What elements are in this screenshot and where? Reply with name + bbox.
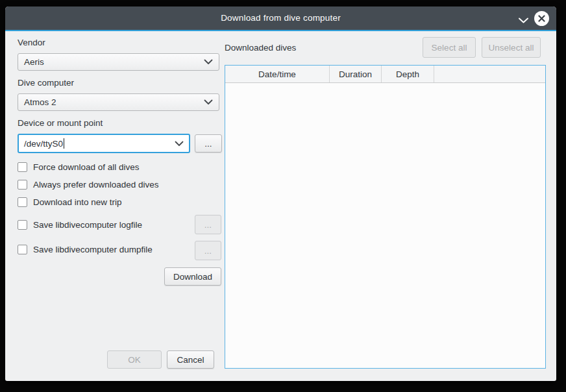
vendor-label: Vendor [18,38,45,47]
vendor-value: Aeris [24,57,44,67]
download-button[interactable]: Download [164,267,221,286]
chevron-down-icon [204,59,213,65]
save-logfile-row: Save libdivecomputer logfile [18,219,142,230]
new-trip-label: Download into new trip [33,197,122,207]
cancel-button[interactable]: Cancel [167,350,214,369]
window-title: Download from dive computer [5,6,556,30]
close-button[interactable] [534,11,549,26]
dive-computer-value: Atmos 2 [24,97,56,107]
table-body[interactable] [225,83,545,368]
logfile-browse-button[interactable]: ... [195,215,221,234]
new-trip-checkbox[interactable] [18,197,27,207]
downloaded-dives-table[interactable]: Date/time Duration Depth [225,65,546,369]
save-dumpfile-checkbox[interactable] [18,245,27,254]
shade-button[interactable] [518,15,529,22]
prefer-downloaded-row: Always prefer downloaded dives [18,178,159,190]
force-download-checkbox[interactable] [18,162,27,172]
save-dumpfile-row: Save libdivecomputer dumpfile [18,243,153,255]
chevron-down-icon [204,99,213,105]
column-header-empty[interactable] [434,66,545,82]
save-logfile-label: Save libdivecomputer logfile [33,220,142,230]
prefer-downloaded-label: Always prefer downloaded dives [33,180,159,190]
save-logfile-checkbox[interactable] [18,220,27,230]
column-header-datetime[interactable]: Date/time [225,66,330,82]
new-trip-row: Download into new trip [18,196,122,208]
dumpfile-browse-button[interactable]: ... [195,241,221,260]
column-header-duration[interactable]: Duration [330,66,382,82]
table-header: Date/time Duration Depth [225,66,545,83]
select-all-button[interactable]: Select all [423,37,476,58]
downloaded-dives-label: Downloaded dives [225,43,296,53]
text-caret [64,138,64,149]
download-dialog: Download from dive computer Vendor Aeris… [5,6,556,381]
device-browse-button[interactable]: ... [195,134,222,153]
titlebar[interactable]: Download from dive computer [5,6,556,31]
ok-button[interactable]: OK [107,350,162,369]
force-download-row: Force download of all dives [18,161,140,173]
close-icon [538,15,545,22]
force-download-label: Force download of all dives [33,162,140,172]
dive-computer-select[interactable]: Atmos 2 [18,93,219,111]
unselect-all-button[interactable]: Unselect all [482,37,541,58]
chevron-down-icon [518,17,529,24]
dive-computer-label: Dive computer [18,78,74,88]
prefer-downloaded-checkbox[interactable] [18,180,27,190]
vendor-select[interactable]: Aeris [18,53,219,71]
column-header-depth[interactable]: Depth [382,66,434,82]
chevron-down-icon [175,141,184,147]
device-label: Device or mount point [18,118,103,128]
device-value: /dev/ttyS0 [24,139,63,149]
device-combobox[interactable]: /dev/ttyS0 [18,134,190,153]
save-dumpfile-label: Save libdivecomputer dumpfile [33,245,153,254]
